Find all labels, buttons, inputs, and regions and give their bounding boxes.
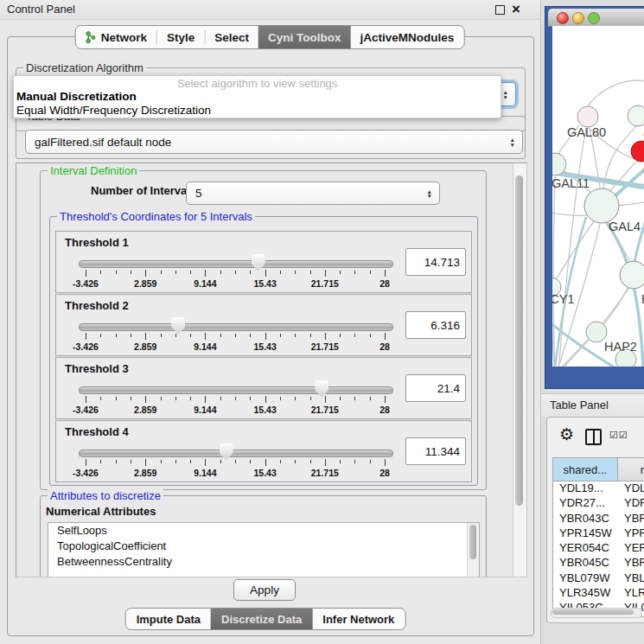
slider-tick [354, 397, 355, 400]
table-row[interactable]: YLR345WYLR3 [553, 586, 644, 601]
tab-jactivemnodules[interactable]: jActiveMNodules [351, 26, 464, 48]
slider-tick [295, 397, 296, 400]
number-of-intervals-combobox[interactable]: 5 ▲▼ [186, 182, 440, 205]
slider-tick [205, 270, 206, 277]
tab-cyni-toolbox[interactable]: Cyni Toolbox [258, 26, 351, 48]
table-row[interactable]: YBR045CYBR0 [553, 556, 644, 571]
float-window-icon[interactable] [495, 5, 505, 15]
scrollbar-thumb[interactable] [469, 525, 476, 559]
network-node[interactable] [628, 105, 644, 126]
slider-tick-label: 9.144 [194, 405, 216, 415]
table-data-combobox[interactable]: galFiltered.sif default node ▲▼ [25, 130, 523, 154]
slider-thumb[interactable] [315, 380, 328, 398]
close-traffic-light-icon[interactable] [557, 12, 569, 24]
network-view-window[interactable]: GAL80GAL11GAL4GCY1HAP2HGC [545, 6, 644, 389]
network-node[interactable] [620, 261, 644, 289]
slider-tick [235, 271, 236, 274]
network-node[interactable] [584, 188, 619, 223]
slider-tick [235, 334, 236, 337]
threshold-label: Threshold 3 [65, 362, 129, 375]
slider-track[interactable] [79, 260, 393, 268]
slider-tick [175, 271, 176, 274]
slider-thumb[interactable] [220, 443, 233, 461]
settings-scrollbar[interactable] [513, 163, 526, 577]
table-row[interactable]: YPR145WYPR1 [553, 526, 644, 541]
tab-discretize-data[interactable]: Discretize Data [211, 609, 312, 629]
table-panel: ⚙ ☑☑ shared...n YDL19...YDL1YDR27...YDR2… [546, 417, 644, 623]
slider-track[interactable] [79, 450, 393, 457]
column-header[interactable]: n [618, 458, 644, 481]
select-columns-icon[interactable]: ☑☑ [609, 430, 628, 441]
network-edge [553, 176, 555, 367]
slider-tick [161, 271, 162, 274]
attribute-list-item[interactable]: BetweennessCentrality [48, 554, 479, 570]
slider-tick [161, 397, 162, 400]
minimize-traffic-light-icon[interactable] [572, 12, 584, 24]
attribute-list-item[interactable]: TopologicalCoefficient [48, 539, 479, 554]
table-cell: YDR27... [553, 496, 620, 511]
threshold-panel: Threshold 1 -3.4262.8599.14415.4321.7152… [55, 231, 472, 293]
close-icon[interactable]: × [512, 0, 520, 19]
threshold-value-field[interactable] [405, 437, 466, 465]
threshold-value-field[interactable] [405, 248, 466, 276]
table-row[interactable]: YBR043CYBR0 [553, 512, 644, 526]
combo-arrows-icon: ▲▼ [510, 137, 515, 147]
slider-tick [325, 459, 326, 466]
threshold-value-field[interactable] [405, 374, 466, 402]
tab-label: Style [167, 31, 194, 44]
tab-infer-network[interactable]: Infer Network [312, 609, 405, 629]
slider-tick [100, 397, 101, 400]
scrollbar-thumb[interactable] [552, 609, 634, 615]
slider-tick [265, 396, 266, 403]
table-cell: YER054C [553, 541, 620, 556]
tab-select[interactable]: Select [205, 26, 258, 48]
slider-tick [370, 334, 371, 337]
network-edge [555, 220, 595, 281]
tab-network[interactable]: Network [76, 26, 156, 48]
slider-tick [310, 460, 311, 463]
threshold-value-field[interactable] [405, 311, 466, 339]
dropdown-option[interactable]: Manual Discretization [14, 90, 501, 104]
slider-tick [385, 396, 386, 403]
column-header[interactable]: shared... [553, 458, 618, 481]
gear-icon[interactable]: ⚙ [559, 426, 574, 443]
slider-tick [340, 334, 341, 337]
table-horizontal-scrollbar[interactable] [551, 608, 642, 618]
network-graph: GAL80GAL11GAL4GCY1HAP2HGC [552, 26, 644, 367]
tab-impute-data[interactable]: Impute Data [126, 609, 211, 629]
tab-style[interactable]: Style [157, 26, 204, 48]
table-row[interactable]: YER054CYER0 [553, 541, 644, 556]
slider-tick [354, 271, 355, 274]
table-row[interactable]: YBL079WYBL0 [553, 571, 644, 586]
slider-tick [190, 397, 191, 400]
slider-tick [190, 334, 191, 337]
slider-thumb[interactable] [171, 317, 185, 335]
dropdown-option[interactable]: Equal Width/Frequency Discretization [14, 104, 501, 118]
network-node[interactable] [577, 106, 598, 127]
table-row[interactable]: YDR27...YDR2 [553, 496, 644, 511]
attribute-list-item[interactable]: SelfLoops [48, 523, 479, 539]
network-window-titlebar[interactable] [548, 9, 644, 27]
slider-thumb[interactable] [252, 254, 265, 271]
slider-tick [250, 460, 251, 463]
apply-button[interactable]: Apply [233, 579, 296, 601]
scrollbar-thumb[interactable] [515, 175, 523, 506]
split-columns-icon[interactable] [585, 429, 602, 445]
slider-tick [100, 460, 101, 463]
slider-track[interactable] [79, 323, 393, 331]
slider-track[interactable] [79, 386, 393, 394]
zoom-traffic-light-icon[interactable] [588, 12, 600, 24]
network-canvas[interactable]: GAL80GAL11GAL4GCY1HAP2HGC [552, 26, 644, 367]
table-header-row: shared...n [553, 458, 644, 481]
threshold-label: Threshold 2 [65, 299, 129, 312]
network-edge [634, 207, 644, 262]
interval-definition-label: Interval Definition [48, 164, 139, 177]
tab-label: Select [214, 31, 249, 44]
slider-tick [325, 270, 326, 277]
table-row[interactable]: YDL19...YDL1 [553, 481, 644, 496]
tab-label: jActiveMNodules [360, 31, 455, 44]
attributes-scrollbar[interactable] [467, 523, 479, 577]
threshold-panel: Threshold 4 -3.4262.8599.14415.4321.7152… [55, 420, 472, 482]
slider-tick [190, 460, 191, 463]
slider-tick-label: 9.144 [194, 278, 216, 289]
